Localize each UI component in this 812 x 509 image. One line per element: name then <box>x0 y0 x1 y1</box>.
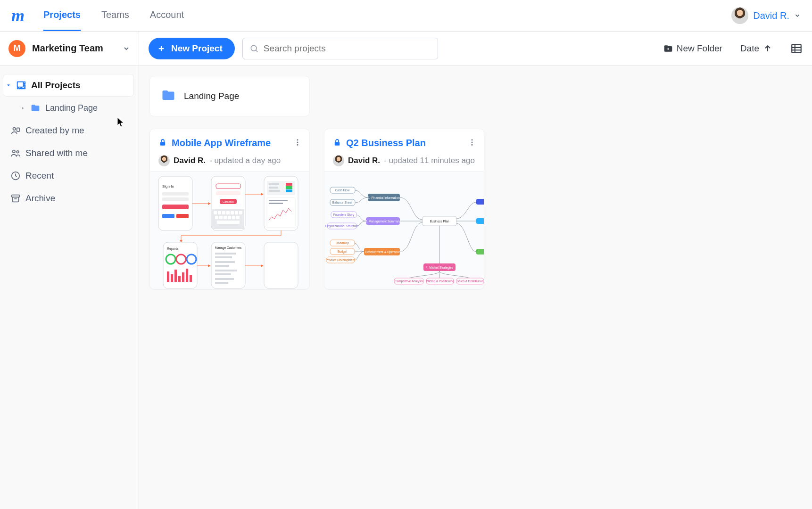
project-card[interactable]: Q2 Business Plan David R. - updated 11 m… <box>324 129 484 289</box>
svg-rect-61 <box>174 270 177 282</box>
sidebar-item-created-by-me[interactable]: Created by me <box>3 119 134 142</box>
svg-rect-38 <box>224 216 227 219</box>
svg-rect-76 <box>264 242 298 288</box>
svg-rect-50 <box>286 189 292 192</box>
svg-text:Competitive Analysis: Competitive Analysis <box>395 279 423 283</box>
svg-text:Sales & Distribution: Sales & Distribution <box>457 279 484 283</box>
svg-point-15 <box>297 144 298 145</box>
svg-rect-21 <box>162 214 174 218</box>
svg-point-4 <box>13 128 16 131</box>
svg-rect-2 <box>17 82 24 87</box>
svg-text:Organizational Structure: Organizational Structure <box>325 224 358 228</box>
more-menu-button[interactable] <box>468 138 476 148</box>
sidebar-item-landing-page[interactable]: Landing Page <box>3 97 134 119</box>
svg-rect-60 <box>171 274 173 282</box>
folder-name: Landing Page <box>184 91 239 101</box>
search-input-wrapper[interactable] <box>242 38 438 59</box>
svg-text:Balance Sheet: Balance Sheet <box>332 201 352 204</box>
svg-point-6 <box>13 150 15 153</box>
nav-tabs: Projects Teams Account <box>43 0 184 31</box>
svg-text:4. Market Strategies: 4. Market Strategies <box>426 266 454 270</box>
svg-text:2. Management Summary: 2. Management Summary <box>365 220 401 223</box>
svg-point-79 <box>472 141 473 143</box>
project-thumbnail: Business Plan <box>324 171 484 289</box>
new-project-button[interactable]: New Project <box>149 38 235 59</box>
updated-time: - updated 11 minutes ago <box>384 156 475 165</box>
toolbar: New Project New Folder Date <box>139 32 812 66</box>
search-icon <box>249 44 259 53</box>
team-name: Marketing Team <box>32 43 116 54</box>
new-folder-icon <box>663 44 673 53</box>
svg-rect-74 <box>215 278 234 280</box>
person-icon <box>10 125 21 136</box>
sidebar-tree: All Projects Landing Page Created by me <box>0 66 139 210</box>
workspace: Landing Page Mobile App Wireframe <box>139 66 812 300</box>
svg-rect-40 <box>232 216 235 219</box>
svg-rect-72 <box>215 270 237 271</box>
svg-rect-41 <box>236 216 240 219</box>
svg-rect-18 <box>162 192 189 196</box>
svg-text:Reports: Reports <box>167 247 179 251</box>
svg-rect-65 <box>190 275 192 282</box>
sidebar-item-recent[interactable]: Recent <box>3 164 134 187</box>
caret-right-icon <box>20 106 25 110</box>
svg-rect-63 <box>182 272 184 282</box>
view-list-icon[interactable] <box>790 42 803 55</box>
sidebar-item-shared-with-me[interactable]: Shared with me <box>3 142 134 164</box>
user-menu[interactable]: David R. <box>731 7 801 24</box>
svg-rect-32 <box>226 211 230 214</box>
svg-text:Product Development: Product Development <box>326 258 356 262</box>
svg-text:Manage Customers: Manage Customers <box>215 246 242 250</box>
nav-tab-account[interactable]: Account <box>150 0 184 31</box>
button-label: New Project <box>171 43 223 54</box>
arrow-up-icon <box>763 44 772 53</box>
sidebar-item-label: Recent <box>25 171 54 181</box>
project-card[interactable]: Mobile App Wireframe David R. - updated … <box>149 129 310 289</box>
team-selector[interactable]: M Marketing Team <box>0 32 139 66</box>
svg-rect-70 <box>215 261 235 263</box>
search-input[interactable] <box>264 43 431 54</box>
svg-rect-53 <box>269 203 283 204</box>
content-area: New Project New Folder Date La <box>139 32 812 509</box>
new-folder-button[interactable]: New Folder <box>663 43 722 54</box>
svg-rect-24 <box>216 184 240 189</box>
more-menu-button[interactable] <box>293 138 302 148</box>
svg-rect-42 <box>217 221 240 224</box>
projects-row: Mobile App Wireframe David R. - updated … <box>149 129 802 289</box>
top-nav: m Projects Teams Account David R. <box>0 0 812 32</box>
updated-time: - updated a day ago <box>209 156 281 165</box>
nav-tab-teams[interactable]: Teams <box>101 0 129 31</box>
svg-text:Cash Flow: Cash Flow <box>335 189 350 192</box>
sidebar-item-label: Shared with me <box>25 148 88 158</box>
nav-tab-projects[interactable]: Projects <box>43 0 81 31</box>
project-title: Mobile App Wireframe <box>172 138 289 148</box>
chevron-down-icon <box>794 12 801 19</box>
svg-point-7 <box>17 151 19 153</box>
svg-rect-30 <box>218 211 221 214</box>
app-logo: m <box>11 7 25 24</box>
svg-point-14 <box>297 141 298 143</box>
svg-rect-9 <box>12 195 20 197</box>
chevron-down-icon <box>123 45 130 52</box>
projects-icon <box>16 80 26 90</box>
folder-card[interactable]: Landing Page <box>149 76 310 116</box>
sidebar-item-all-projects[interactable]: All Projects <box>3 74 134 97</box>
sidebar-item-label: Archive <box>25 193 55 204</box>
svg-marker-3 <box>22 107 24 109</box>
svg-rect-39 <box>228 216 231 219</box>
svg-rect-33 <box>231 211 234 214</box>
svg-rect-12 <box>160 142 166 146</box>
svg-rect-112 <box>476 218 484 224</box>
svg-rect-36 <box>215 216 218 219</box>
caret-down-icon <box>6 83 11 88</box>
sidebar-item-archive[interactable]: Archive <box>3 187 134 210</box>
svg-point-10 <box>251 45 257 51</box>
svg-text:3. Development & Operations: 3. Development & Operations <box>362 250 402 254</box>
project-thumbnail: Sign In <box>150 171 309 289</box>
svg-text:Budget: Budget <box>338 250 348 254</box>
svg-point-13 <box>297 139 298 140</box>
sort-button[interactable]: Date <box>740 43 772 54</box>
svg-rect-46 <box>286 183 292 186</box>
author-name: David R. <box>174 156 206 165</box>
svg-text:Roadmap: Roadmap <box>336 241 349 245</box>
